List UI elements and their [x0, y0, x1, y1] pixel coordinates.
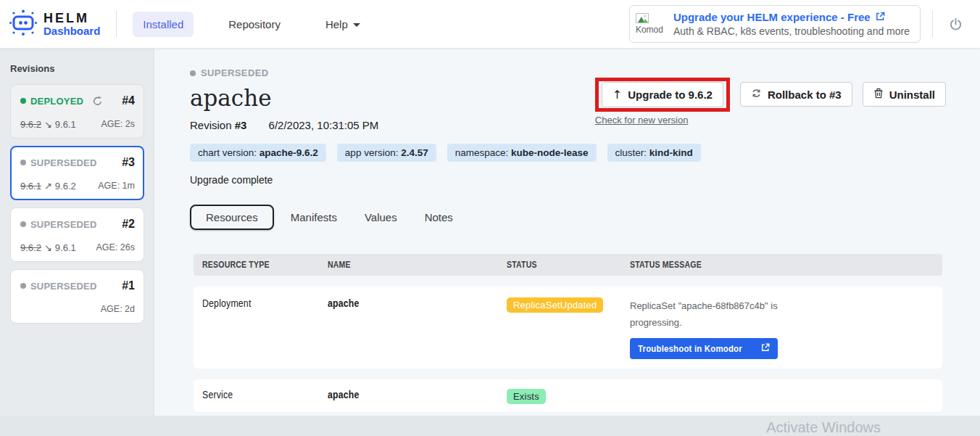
revisions-heading: Revisions — [10, 63, 147, 74]
downgrade-arrow-icon: ↘ — [44, 119, 52, 130]
revision-age: AGE: 2d — [101, 304, 135, 314]
version-to: 9.6.2 — [55, 181, 76, 192]
namespace-chip: namespace: kube-node-lease — [447, 144, 597, 162]
resource-name-cell: apache — [328, 387, 507, 400]
table-row: Service apache Exists — [194, 379, 942, 412]
power-button[interactable] — [949, 17, 963, 31]
nav-installed[interactable]: Installed — [133, 12, 194, 37]
chevron-down-icon — [353, 23, 360, 27]
status-dot-icon — [20, 221, 26, 227]
revision-card-1[interactable]: SUPERSEDED #1 AGE: 2d — [10, 269, 144, 324]
helm-robot-icon — [9, 8, 38, 40]
activate-windows-watermark: Activate Windows — [766, 419, 881, 436]
revision-status: SUPERSEDED — [20, 157, 97, 168]
resource-status-cell: Exists — [507, 387, 630, 404]
promo-subtitle: Auth & RBAC, k8s events, troubleshooting… — [673, 25, 910, 37]
resource-type-cell: Service — [194, 387, 328, 400]
revision-status: SUPERSEDED — [20, 219, 97, 230]
annotation-highlight-box: ↑ Upgrade to 9.6.2 — [595, 78, 730, 112]
release-status-badge: SUPERSEDED — [190, 67, 378, 78]
version-to: 9.6.1 — [55, 119, 76, 130]
revision-info: Revision #3 6/2/2023, 10:31:05 PM — [190, 119, 378, 131]
external-link-icon — [761, 343, 770, 354]
page-title: apache — [190, 85, 378, 111]
status-dot-icon — [20, 160, 26, 165]
top-bar: HELM Dashboard Installed Repository Help… — [0, 0, 980, 49]
brand-name: HELM — [43, 12, 100, 25]
status-dot-icon — [190, 70, 196, 76]
col-status: STATUS — [507, 260, 630, 270]
promo-title[interactable]: Upgrade your HELM experience - Free — [673, 11, 910, 23]
status-message-cell — [630, 387, 942, 389]
revision-number: #3 — [235, 119, 247, 131]
version-to: 9.6.1 — [55, 242, 76, 253]
status-message-text: ReplicaSet "apache-68fb867c4b" is progre… — [630, 297, 786, 332]
rollback-icon — [751, 88, 762, 101]
status-badge: Exists — [507, 389, 546, 404]
uninstall-button[interactable]: Uninstall — [863, 82, 946, 107]
helm-dashboard-app: HELM Dashboard Installed Repository Help… — [0, 0, 980, 436]
table-row: Deployment apache ReplicaSetUpdated Repl… — [194, 287, 942, 369]
downgrade-arrow-icon: ↘ — [44, 242, 52, 253]
upgrade-arrow-icon: ↗ — [44, 181, 52, 192]
check-new-version-link[interactable]: Check for new version — [595, 115, 730, 126]
nav-repository[interactable]: Repository — [218, 12, 291, 37]
status-badge: ReplicaSetUpdated — [507, 297, 603, 313]
brand-logo[interactable]: HELM Dashboard — [9, 8, 100, 40]
table-header: RESOURCE TYPE NAME STATUS STATUS MESSAGE — [194, 254, 942, 276]
resource-status-cell: ReplicaSetUpdated — [507, 296, 630, 313]
version-from: 9.6.2 — [20, 119, 41, 130]
resource-name-cell: apache — [328, 296, 507, 309]
revision-card-2[interactable]: SUPERSEDED #2 9.6.2 ↘ 9.6.1 AGE: 26s — [10, 207, 144, 262]
revision-age: AGE: 1m — [98, 181, 135, 191]
up-arrow-icon: ↑ — [612, 88, 622, 102]
col-status-message: STATUS MESSAGE — [630, 260, 942, 270]
resources-table: RESOURCE TYPE NAME STATUS STATUS MESSAGE… — [194, 254, 942, 412]
tab-resources[interactable]: Resources — [190, 205, 274, 230]
resource-type-cell: Deployment — [194, 296, 328, 309]
revision-card-4[interactable]: DEPLOYED #4 9.6.2 ↘ 9.6.1 AGE: 2s — [10, 84, 144, 139]
version-from: 9.6.1 — [20, 181, 41, 192]
main-nav: Installed Repository Help — [133, 12, 370, 37]
cluster-chip: cluster: kind-kind — [607, 144, 701, 162]
release-note: Upgrade complete — [190, 174, 946, 186]
komodor-promo-banner[interactable]: Komod Upgrade your HELM experience - Fre… — [629, 5, 921, 43]
header-divider-right — [932, 11, 933, 37]
metadata-chips: chart version: apache-9.6.2 app version:… — [190, 144, 946, 162]
revision-age: AGE: 26s — [96, 242, 136, 252]
brand-subname: Dashboard — [43, 25, 100, 37]
app-version-chip: app version: 2.4.57 — [337, 144, 436, 162]
tab-values[interactable]: Values — [354, 205, 408, 229]
revision-number: #4 — [122, 94, 135, 107]
release-detail-panel: SUPERSEDED apache Revision #3 6/2/2023, … — [154, 49, 980, 416]
troubleshoot-button[interactable]: Troubleshoot in Komodor — [630, 338, 778, 359]
external-link-icon — [876, 11, 885, 23]
rollback-button[interactable]: Rollback to #3 — [740, 82, 852, 107]
status-dot-icon — [20, 98, 26, 104]
komodor-broken-image: Komod — [636, 13, 666, 35]
chart-version-chip: chart version: apache-9.6.2 — [190, 144, 326, 162]
trash-icon — [873, 88, 884, 101]
reload-icon[interactable] — [92, 96, 103, 107]
revisions-sidebar: Revisions DEPLOYED #4 9.6.2 ↘ 9.6.1 AGE:… — [0, 49, 154, 416]
header-divider — [116, 11, 117, 37]
revision-status: SUPERSEDED — [20, 281, 97, 292]
revision-card-3[interactable]: SUPERSEDED #3 9.6.1 ↗ 9.6.2 AGE: 1m — [10, 146, 144, 200]
revision-timestamp: 6/2/2023, 10:31:05 PM — [269, 119, 379, 131]
upgrade-button[interactable]: ↑ Upgrade to 9.6.2 — [602, 82, 723, 107]
status-message-cell: ReplicaSet "apache-68fb867c4b" is progre… — [630, 296, 942, 359]
status-dot-icon — [20, 283, 26, 289]
revision-number: #3 — [122, 156, 135, 169]
detail-tabs: Resources Manifests Values Notes — [190, 205, 946, 230]
revision-status: DEPLOYED — [20, 96, 103, 107]
col-name: NAME — [328, 260, 507, 270]
tab-manifests[interactable]: Manifests — [280, 205, 348, 229]
tab-notes[interactable]: Notes — [414, 205, 464, 229]
revision-number: #2 — [122, 218, 135, 231]
version-from: 9.6.2 — [20, 242, 41, 253]
revision-number: #1 — [122, 279, 135, 292]
revision-age: AGE: 2s — [101, 119, 135, 129]
nav-help[interactable]: Help — [315, 12, 370, 37]
col-resource-type: RESOURCE TYPE — [194, 260, 328, 270]
